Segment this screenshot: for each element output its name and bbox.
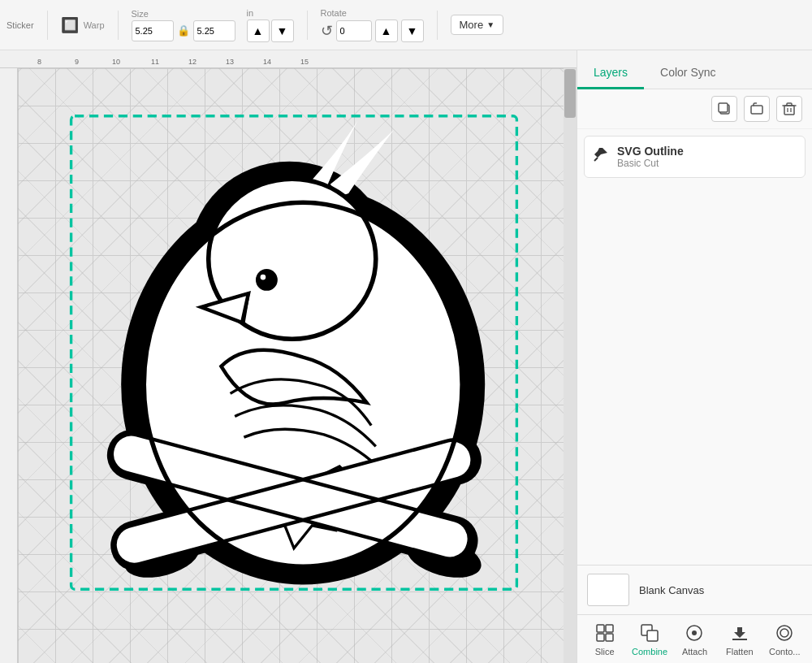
contour-action[interactable]: Conto...: [765, 622, 804, 656]
rotate-up-btn[interactable]: ▲: [375, 20, 398, 42]
layer-toolbar: [577, 89, 812, 129]
svg-rect-18: [751, 106, 762, 114]
delete-icon: [782, 102, 797, 116]
panel-tabs: Layers Color Sync: [577, 50, 812, 89]
slice-action[interactable]: Slice: [585, 622, 624, 656]
ruler-tick-15: 15: [300, 58, 309, 66]
lock-icon: 🔒: [177, 24, 190, 37]
sep3: [307, 11, 308, 40]
ruler-vertical: [0, 68, 18, 663]
ruler-tick-8: 8: [37, 58, 41, 66]
ruler-tick-14: 14: [263, 58, 271, 66]
svg-point-9: [261, 275, 266, 280]
right-panel: Layers Color Sync: [577, 50, 812, 663]
tab-layers[interactable]: Layers: [577, 58, 644, 89]
combine-label: Combine: [632, 647, 667, 656]
height-input[interactable]: [193, 20, 235, 41]
tab-color-sync[interactable]: Color Sync: [644, 58, 732, 89]
ruler-tick-10: 10: [112, 58, 120, 66]
svg-rect-19: [784, 106, 794, 115]
svg-rect-28: [647, 630, 658, 641]
rotate-input[interactable]: [336, 20, 372, 41]
scrollbar-thumb[interactable]: [564, 69, 576, 118]
more-chevron-icon: ▼: [486, 20, 495, 29]
blank-canvas-label: Blank Canvas: [639, 584, 704, 596]
flatten-icon: [727, 622, 753, 644]
flatten-action[interactable]: Flatten: [720, 622, 759, 656]
size-up-btn[interactable]: ▲: [247, 20, 270, 42]
attach-action[interactable]: Attach: [675, 622, 714, 656]
rotate-down-btn[interactable]: ▼: [401, 20, 424, 42]
copy-icon: [717, 102, 732, 116]
group-icon: [749, 102, 764, 116]
sep1: [47, 11, 48, 40]
contour-label: Conto...: [769, 647, 801, 656]
warp-icon: 🔲: [61, 16, 79, 34]
sticker-tool-group: Sticker: [6, 20, 34, 30]
ruler-tick-11: 11: [151, 58, 159, 66]
rotate-label: Rotate: [321, 8, 424, 18]
ruler-horizontal: 8 9 10 11 12 13 14 15: [0, 50, 577, 68]
main-content: 8 9 10 11 12 13 14 15: [0, 50, 812, 663]
sticker-label: Sticker: [6, 20, 34, 30]
blank-canvas-preview: [587, 574, 629, 606]
size-unit: in: [247, 8, 294, 18]
more-label: More: [460, 19, 484, 31]
bird-svg: [67, 109, 521, 596]
main-toolbar: Sticker 🔲 Warp Size 🔒 in ▲ ▼ Rotate: [0, 0, 812, 50]
rotate-icon: ↺: [321, 22, 333, 40]
vertical-scrollbar[interactable]: [564, 68, 577, 663]
ruler-tick-9: 9: [75, 58, 79, 66]
group-layer-button[interactable]: [744, 96, 770, 122]
layer-item-svg-outline[interactable]: SVG Outline Basic Cut: [584, 136, 806, 178]
svg-rect-25: [597, 634, 604, 641]
flatten-label: Flatten: [726, 647, 754, 656]
size-label: Size: [132, 9, 235, 19]
blank-canvas-strip[interactable]: Blank Canvas: [577, 565, 812, 614]
layer-name: SVG Outline: [617, 145, 798, 158]
layer-info: SVG Outline Basic Cut: [617, 145, 798, 169]
canvas-area[interactable]: 8 9 10 11 12 13 14 15: [0, 50, 577, 663]
attach-label: Attach: [682, 647, 707, 656]
size-down-btn[interactable]: ▼: [271, 20, 294, 42]
svg-point-8: [256, 269, 278, 291]
svg-rect-24: [606, 625, 613, 632]
combine-action[interactable]: Combine: [630, 622, 669, 656]
svg-rect-17: [719, 103, 728, 112]
size-group: Size 🔒 in ▲ ▼: [132, 8, 294, 42]
width-input[interactable]: [132, 20, 174, 41]
attach-icon: [681, 622, 707, 644]
svg-point-32: [777, 626, 792, 640]
rotate-group: Rotate ↺ ▲ ▼: [321, 8, 424, 42]
svg-rect-23: [597, 625, 604, 632]
canvas-grid[interactable]: [18, 68, 564, 663]
canvas-image[interactable]: [67, 109, 521, 596]
svg-point-30: [692, 630, 697, 635]
layer-sub: Basic Cut: [617, 158, 798, 169]
bottom-action-bar: Slice Combine Attach: [577, 614, 812, 663]
warp-group: 🔲 Warp: [61, 16, 105, 34]
combine-icon: [637, 622, 663, 644]
sep2: [118, 11, 119, 40]
delete-layer-button[interactable]: [776, 96, 802, 122]
svg-point-33: [780, 629, 788, 637]
pin-icon: [591, 146, 609, 168]
sep4: [437, 11, 438, 40]
ruler-tick-13: 13: [226, 58, 234, 66]
copy-layer-button[interactable]: [711, 96, 737, 122]
svg-rect-26: [606, 634, 613, 641]
svg-line-22: [594, 158, 598, 161]
more-button[interactable]: More ▼: [451, 15, 504, 35]
warp-label: Warp: [84, 20, 105, 30]
slice-label: Slice: [595, 647, 615, 656]
layer-list: SVG Outline Basic Cut: [577, 129, 812, 565]
ruler-tick-12: 12: [188, 58, 197, 66]
slice-icon: [592, 622, 618, 644]
contour-icon: [771, 622, 797, 644]
